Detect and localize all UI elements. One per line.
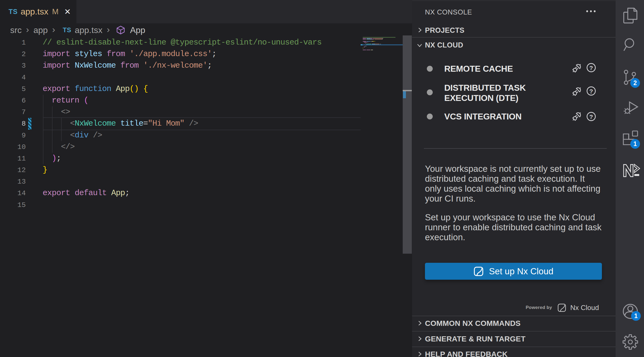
svg-text:?: ? [589, 113, 593, 120]
svg-text:?: ? [589, 64, 593, 71]
svg-text:?: ? [589, 88, 593, 95]
